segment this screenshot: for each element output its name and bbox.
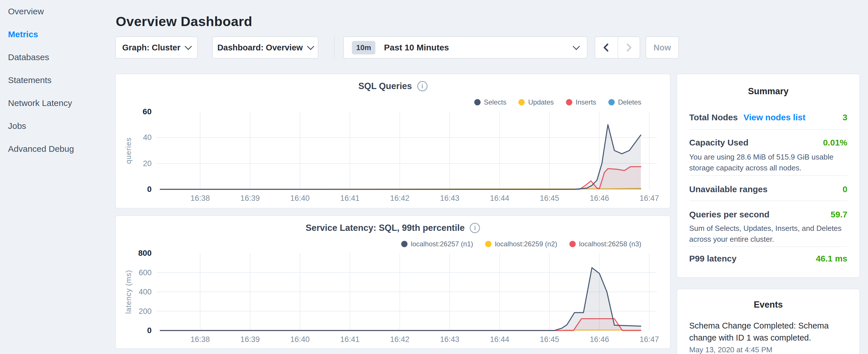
graph-dropdown[interactable]: Graph: Cluster bbox=[115, 36, 198, 59]
x-axis-tick: 16:42 bbox=[380, 194, 420, 203]
y-axis-tick: 60 bbox=[123, 107, 152, 117]
y-axis-tick: 0 bbox=[123, 185, 152, 194]
x-axis-tick: 16:46 bbox=[580, 335, 620, 344]
events-title: Events bbox=[689, 299, 847, 310]
chevron-down-icon bbox=[185, 43, 192, 50]
x-axis-tick: 16:43 bbox=[430, 194, 470, 203]
sidebar-item-databases[interactable]: Databases bbox=[0, 46, 115, 69]
y-axis-tick: 0 bbox=[123, 326, 152, 335]
x-axis-tick: 16:45 bbox=[530, 194, 570, 203]
x-axis-tick: 16:41 bbox=[330, 194, 370, 203]
total-nodes-label: Total Nodes bbox=[689, 112, 738, 122]
sidebar-item-metrics[interactable]: Metrics bbox=[0, 23, 115, 46]
event-item-timestamp: May 13, 2020 at 4:45 PM bbox=[689, 345, 847, 354]
chevron-right-icon bbox=[624, 43, 633, 53]
y-axis-tick: 800 bbox=[123, 248, 152, 258]
x-axis-tick: 16:46 bbox=[580, 194, 620, 203]
chevron-down-icon bbox=[572, 43, 580, 50]
qps-description: Sum of Selects, Updates, Inserts, and De… bbox=[689, 223, 847, 245]
sidebar-item-network-latency[interactable]: Network Latency bbox=[0, 92, 115, 115]
dashboard-dropdown-label: Dashboard: Overview bbox=[217, 43, 303, 53]
x-axis-tick: 16:45 bbox=[530, 335, 570, 344]
controls-divider bbox=[334, 36, 335, 59]
view-nodes-list-link[interactable]: View nodes list bbox=[743, 112, 805, 122]
x-axis-tick: 16:38 bbox=[180, 335, 220, 344]
divider bbox=[689, 175, 847, 176]
summary-row-qps: Queries per second 59.7 bbox=[689, 209, 847, 220]
x-axis-tick: 16:47 bbox=[629, 335, 670, 344]
summary-title: Summary bbox=[689, 86, 847, 97]
now-button[interactable]: Now bbox=[646, 36, 679, 59]
x-axis-tick: 16:38 bbox=[180, 194, 220, 203]
capacity-used-value: 0.01% bbox=[823, 138, 847, 148]
divider bbox=[689, 200, 847, 201]
time-prev-button[interactable] bbox=[595, 37, 618, 58]
page-title: Overview Dashboard bbox=[116, 13, 252, 29]
x-axis-tick: 16:44 bbox=[479, 194, 520, 203]
chevron-down-icon bbox=[307, 43, 314, 50]
x-axis-tick: 16:42 bbox=[380, 335, 420, 344]
x-axis-tick: 16:39 bbox=[230, 194, 270, 203]
summary-row-capacity: Capacity Used 0.01% bbox=[689, 137, 847, 148]
latency-chart-card: Service Latency: SQL, 99th percentile i … bbox=[115, 215, 671, 349]
total-nodes-value: 3 bbox=[842, 112, 847, 122]
x-axis-tick: 16:40 bbox=[280, 194, 320, 203]
sidebar-item-overview[interactable]: Overview bbox=[0, 0, 115, 23]
summary-row-unavailable-ranges: Unavailable ranges 0 bbox=[689, 184, 847, 195]
p99-latency-value: 46.1 ms bbox=[816, 254, 847, 263]
unavailable-ranges-value: 0 bbox=[842, 185, 847, 194]
capacity-used-label: Capacity Used bbox=[689, 138, 748, 148]
qps-value: 59.7 bbox=[831, 210, 847, 219]
db-console-page: OverviewMetricsDatabasesStatementsNetwor… bbox=[0, 0, 868, 354]
divider bbox=[689, 246, 847, 247]
time-range-badge: 10m bbox=[352, 41, 375, 55]
summary-row-p99-latency: P99 latency 46.1 ms bbox=[689, 253, 847, 264]
events-panel: Events Schema Change Completed: Schema c… bbox=[677, 289, 860, 354]
latency-plot[interactable] bbox=[116, 216, 670, 348]
p99-latency-label: P99 latency bbox=[689, 254, 737, 263]
x-axis-tick: 16:41 bbox=[330, 335, 370, 344]
time-range-label: Past 10 Minutes bbox=[384, 43, 449, 53]
summary-panel: Summary Total Nodes View nodes list 3 Ca… bbox=[677, 74, 860, 278]
sql-queries-chart-card: SQL Queries i SelectsUpdatesInsertsDelet… bbox=[115, 74, 671, 208]
chevron-left-icon bbox=[601, 43, 611, 53]
sidebar-item-statements[interactable]: Statements bbox=[0, 69, 115, 92]
x-axis-tick: 16:44 bbox=[479, 335, 520, 344]
unavailable-ranges-label: Unavailable ranges bbox=[689, 185, 767, 194]
x-axis-tick: 16:47 bbox=[629, 194, 670, 203]
time-next-button[interactable] bbox=[618, 37, 640, 58]
event-item-text[interactable]: Schema Change Completed: Schema change w… bbox=[689, 320, 847, 344]
capacity-description: You are using 28.6 MiB of 515.9 GiB usab… bbox=[689, 152, 847, 173]
dashboard-dropdown[interactable]: Dashboard: Overview bbox=[212, 36, 318, 59]
qps-label: Queries per second bbox=[689, 210, 769, 219]
time-pager bbox=[595, 36, 640, 59]
sql-queries-plot[interactable] bbox=[116, 74, 670, 208]
y-axis-label: latency (ms) bbox=[124, 270, 133, 314]
summary-row-total-nodes: Total Nodes View nodes list 3 bbox=[689, 112, 847, 123]
divider bbox=[689, 129, 847, 130]
x-axis-tick: 16:39 bbox=[230, 335, 270, 344]
sidebar-item-advanced-debug[interactable]: Advanced Debug bbox=[0, 137, 115, 160]
time-range-dropdown[interactable]: 10m Past 10 Minutes bbox=[343, 36, 587, 59]
sidebar: OverviewMetricsDatabasesStatementsNetwor… bbox=[0, 0, 115, 160]
x-axis-tick: 16:40 bbox=[280, 335, 320, 344]
graph-dropdown-label: Graph: Cluster bbox=[122, 43, 180, 53]
x-axis-tick: 16:43 bbox=[430, 335, 470, 344]
sidebar-item-jobs[interactable]: Jobs bbox=[0, 115, 115, 137]
y-axis-label: queries bbox=[124, 137, 133, 164]
